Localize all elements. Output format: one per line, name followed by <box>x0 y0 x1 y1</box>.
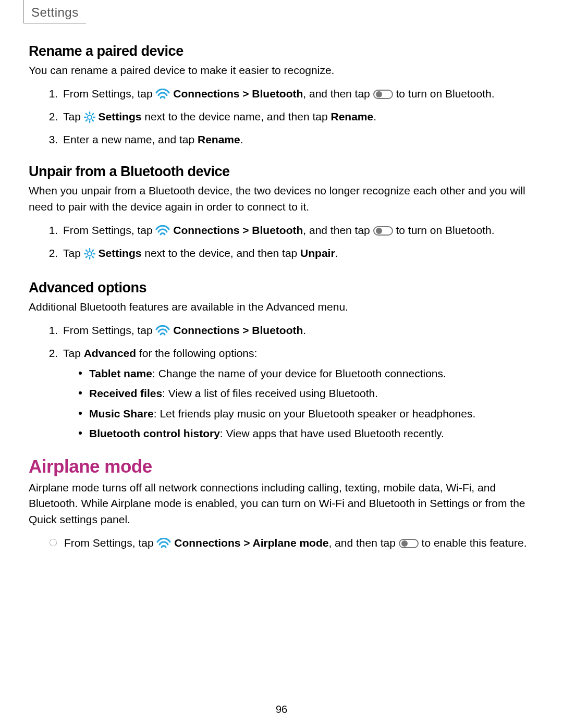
text-bold: Bluetooth control history <box>89 427 220 439</box>
svg-point-13 <box>88 252 92 256</box>
advanced-bullet-music-share: Music Share: Let friends play music on y… <box>79 405 534 423</box>
unpair-step-2: Tap Settings next to the device, and the… <box>61 245 534 265</box>
section-heading-unpair: Unpair from a Bluetooth device <box>29 164 534 180</box>
text: . <box>303 324 306 336</box>
advanced-bullet-tablet-name: Tablet name: Change the name of your dev… <box>79 365 534 382</box>
text-bold: Connections > Airplane mode <box>174 537 328 549</box>
section-heading-rename: Rename a paired device <box>29 43 534 59</box>
text: to enable this feature. <box>419 537 527 549</box>
text-bold: Rename <box>331 110 373 122</box>
feature-intro-airplane: Airplane mode turns off all network conn… <box>29 480 534 527</box>
toggle-off-icon <box>373 88 393 105</box>
breadcrumb: Settings <box>23 0 86 23</box>
unpair-step-1: From Settings, tap Connections > Bluetoo… <box>61 222 534 242</box>
toggle-off-icon <box>373 225 393 242</box>
text-bold: Settings <box>99 247 142 259</box>
rename-steps: From Settings, tap Connections > Bluetoo… <box>29 85 534 148</box>
svg-line-19 <box>92 256 93 257</box>
svg-line-21 <box>86 256 87 257</box>
toggle-off-icon <box>399 537 419 554</box>
text: From Settings, tap <box>64 537 156 549</box>
text: : Let friends play music on your Bluetoo… <box>154 408 476 419</box>
svg-line-9 <box>92 114 93 115</box>
svg-point-1 <box>376 91 382 97</box>
text-bold: Unpair <box>300 247 335 259</box>
advanced-step-2: Tap Advanced for the following options: … <box>61 345 534 442</box>
text: Tap <box>63 347 84 359</box>
svg-line-8 <box>92 120 93 121</box>
text: . <box>240 133 243 145</box>
text-bold: Connections > Bluetooth <box>173 224 303 236</box>
text-bold: Connections > Bluetooth <box>173 324 303 336</box>
rename-step-3: Enter a new name, and tap Rename. <box>61 131 534 149</box>
text: : Change the name of your device for Blu… <box>152 367 446 379</box>
text: . <box>373 110 376 122</box>
svg-point-2 <box>88 115 92 119</box>
advanced-steps: From Settings, tap Connections > Bluetoo… <box>29 322 534 442</box>
text: to turn on Bluetooth. <box>393 224 495 236</box>
text-bold: Tablet name <box>89 367 152 379</box>
connections-icon <box>155 325 170 342</box>
unpair-steps: From Settings, tap Connections > Bluetoo… <box>29 222 534 264</box>
text: next to the device name, and then tap <box>141 110 331 122</box>
text: for the following options: <box>136 347 257 359</box>
gear-icon <box>84 248 95 265</box>
text: next to the device, and then tap <box>141 247 300 259</box>
advanced-bullet-bt-history: Bluetooth control history: View apps tha… <box>79 425 534 442</box>
text: . <box>335 247 338 259</box>
text: : View apps that have used Bluetooth rec… <box>220 427 444 439</box>
rename-step-1: From Settings, tap Connections > Bluetoo… <box>61 85 534 105</box>
connections-icon <box>155 88 170 105</box>
section-heading-advanced: Advanced options <box>29 280 534 296</box>
section-intro-unpair: When you unpair from a Bluetooth device,… <box>29 183 534 215</box>
breadcrumb-bar: Settings <box>23 0 534 23</box>
text: Tap <box>63 247 84 259</box>
page-number: 96 <box>0 704 563 715</box>
text: : View a list of files received using Bl… <box>162 387 378 399</box>
text: From Settings, tap <box>63 224 155 236</box>
connections-icon <box>156 537 171 554</box>
text: Tap <box>63 110 84 122</box>
svg-point-23 <box>401 540 408 547</box>
text: Enter a new name, and tap <box>63 133 198 145</box>
text-bold: Advanced <box>84 347 136 359</box>
advanced-bullet-received-files: Received files: View a list of files rec… <box>79 385 534 402</box>
svg-point-12 <box>376 228 382 234</box>
text: , and then tap <box>328 537 398 549</box>
gear-icon <box>84 111 95 128</box>
svg-line-18 <box>86 250 87 251</box>
text-bold: Rename <box>198 133 240 145</box>
svg-line-20 <box>92 250 93 251</box>
text: to turn on Bluetooth. <box>393 88 495 100</box>
advanced-step-1: From Settings, tap Connections > Bluetoo… <box>61 322 534 342</box>
svg-line-10 <box>86 120 87 121</box>
text-bold: Settings <box>99 110 142 122</box>
section-intro-advanced: Additional Bluetooth features are availa… <box>29 299 534 315</box>
text-bold: Music Share <box>89 408 154 419</box>
text-bold: Connections > Bluetooth <box>173 88 303 100</box>
text-bold: Received files <box>89 387 162 399</box>
rename-step-2: Tap Settings next to the device name, an… <box>61 108 534 128</box>
section-intro-rename: You can rename a paired device to make i… <box>29 63 534 78</box>
advanced-bullets: Tablet name: Change the name of your dev… <box>63 365 534 442</box>
feature-heading-airplane: Airplane mode <box>29 456 534 477</box>
text: From Settings, tap <box>63 88 155 100</box>
text: From Settings, tap <box>63 324 155 336</box>
connections-icon <box>155 225 170 242</box>
svg-line-7 <box>86 114 87 115</box>
text: , and then tap <box>303 88 373 100</box>
text: , and then tap <box>303 224 373 236</box>
airplane-step: From Settings, tap Connections > Airplan… <box>50 535 534 554</box>
airplane-steps: From Settings, tap Connections > Airplan… <box>29 535 534 554</box>
